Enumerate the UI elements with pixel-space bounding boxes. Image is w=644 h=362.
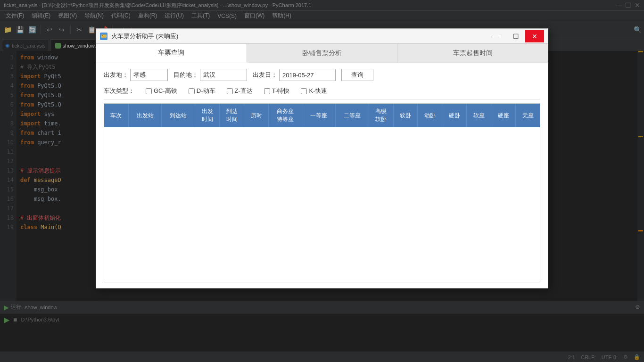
th-train-num: 车次 — [104, 104, 128, 127]
to-label: 目的地： — [173, 71, 198, 79]
filter-k: K-快速 — [301, 87, 327, 95]
th-duration: 历时 — [244, 104, 269, 127]
th-hard-seat: 硬座 — [491, 104, 516, 127]
th-to-station: 到达站 — [162, 104, 195, 127]
dialog-window: 🎫 火车票分析助手 (未响应) — ☐ ✕ 车票查询 卧铺售票分析 车票起售时间 — [96, 28, 548, 288]
th-hard-sleeper: 硬卧 — [442, 104, 467, 127]
from-label: 出发地： — [104, 71, 128, 79]
th-arrive-time: 到达时间 — [220, 104, 244, 127]
filter-d-label: D-动车 — [197, 87, 215, 95]
dialog-title-left: 🎫 火车票分析助手 (未响应) — [100, 32, 178, 41]
from-input[interactable] — [130, 69, 168, 81]
dialog-close-btn[interactable]: ✕ — [525, 30, 544, 42]
date-group: 出发日： — [253, 69, 336, 81]
filter-z-label: Z-直达 — [235, 87, 253, 95]
query-button[interactable]: 查询 — [341, 69, 373, 81]
date-input[interactable] — [279, 69, 336, 81]
to-input[interactable] — [200, 69, 247, 81]
modal-overlay: 🎫 火车票分析助手 (未响应) — ☐ ✕ 车票查询 卧铺售票分析 车票起售时间 — [0, 0, 644, 362]
dialog-maximize-btn[interactable]: ☐ — [506, 30, 525, 42]
filter-gc-label: GC-高铁 — [154, 87, 177, 95]
checkbox-d[interactable] — [189, 88, 195, 94]
dtab-sleeper-analysis[interactable]: 卧铺售票分析 — [247, 44, 398, 63]
filter-d: D-动车 — [189, 87, 215, 95]
from-group: 出发地： — [104, 69, 168, 81]
filter-t-label: T-特快 — [272, 87, 290, 95]
th-business: 商务座特等座 — [269, 104, 302, 127]
to-group: 目的地： — [173, 69, 247, 81]
dialog-controls: — ☐ ✕ — [487, 30, 544, 42]
search-form: 出发地： 目的地： 出发日： 查询 — [104, 69, 540, 81]
dialog-minimize-btn[interactable]: — — [487, 30, 506, 42]
th-no-seat: 无座 — [516, 104, 540, 127]
filter-k-label: K-快速 — [309, 87, 327, 95]
th-first-class: 一等座 — [302, 104, 335, 127]
table-header-row: 车次 出发站 到达站 出发时间 到达时间 历时 商务座特等座 一等座 二等座 高… — [104, 104, 540, 127]
date-label: 出发日： — [253, 71, 277, 79]
th-from-station: 出发站 — [128, 104, 162, 127]
dtab-ticket-time-label: 车票起售时间 — [453, 49, 493, 58]
checkbox-z[interactable] — [227, 88, 233, 94]
table-wrapper[interactable]: 车次 出发站 到达站 出发时间 到达时间 历时 商务座特等座 一等座 二等座 高… — [104, 103, 540, 282]
checkbox-t[interactable] — [264, 88, 270, 94]
filter-type-label: 车次类型： — [104, 87, 134, 95]
th-premium-sleeper: 高级软卧 — [369, 104, 393, 127]
th-depart-time: 出发时间 — [195, 104, 220, 127]
filter-row: 车次类型： GC-高铁 D-动车 Z-直达 T-特快 — [104, 87, 540, 95]
checkbox-k[interactable] — [301, 88, 307, 94]
dtab-ticket-query[interactable]: 车票查询 — [96, 44, 247, 63]
dialog-icon: 🎫 — [100, 33, 107, 40]
th-second-class: 二等座 — [335, 104, 369, 127]
dtab-ticket-query-label: 车票查询 — [158, 49, 184, 57]
dialog-title-bar: 🎫 火车票分析助手 (未响应) — ☐ ✕ — [96, 29, 548, 44]
filter-gc: GC-高铁 — [146, 87, 177, 95]
th-soft-seat: 软座 — [467, 104, 491, 127]
filter-divider — [104, 99, 540, 99]
th-soft-sleeper: 软卧 — [393, 104, 418, 127]
dialog-title-text: 火车票分析助手 (未响应) — [111, 32, 178, 41]
th-moving-sleeper: 动卧 — [418, 104, 442, 127]
results-table: 车次 出发站 到达站 出发时间 到达时间 历时 商务座特等座 一等座 二等座 高… — [104, 104, 540, 127]
dtab-sleeper-analysis-label: 卧铺售票分析 — [302, 49, 342, 58]
dialog-tabs: 车票查询 卧铺售票分析 车票起售时间 — [96, 44, 548, 63]
filter-type-label-group: 车次类型： — [104, 87, 134, 95]
checkbox-gc[interactable] — [146, 88, 152, 94]
dialog-content: 出发地： 目的地： 出发日： 查询 车次类型： — [96, 63, 548, 288]
dtab-ticket-time[interactable]: 车票起售时间 — [397, 44, 548, 63]
filter-t: T-特快 — [264, 87, 290, 95]
filter-z: Z-直达 — [227, 87, 253, 95]
